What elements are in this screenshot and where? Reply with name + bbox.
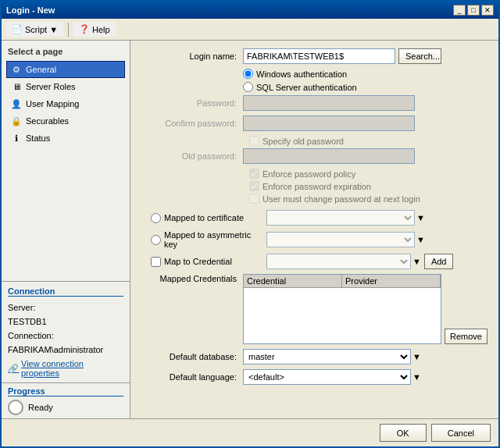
sidebar-item-label: Status <box>26 133 50 143</box>
add-credential-button[interactable]: Add <box>424 254 454 269</box>
enforce-policy-label: Enforce password policy <box>249 169 355 179</box>
view-connection-link[interactable]: 🔗 View connection properties <box>8 359 123 378</box>
script-button[interactable]: 📄 Script ▼ <box>6 22 63 37</box>
link-text: View connection properties <box>21 359 123 378</box>
help-icon: ❓ <box>79 24 90 34</box>
enforce-policy-row: Enforce password policy <box>249 169 488 179</box>
password-row: Password: <box>141 95 488 111</box>
window-controls: _ □ ✕ <box>453 5 494 16</box>
user-must-change-label: User must change password at next login <box>249 194 420 204</box>
windows-auth-radio[interactable] <box>243 69 253 79</box>
left-panels: Select a page ⚙ General 🖥 Server Roles 👤… <box>2 41 130 418</box>
mapped-cert-row: Mapped to certificate ▼ <box>141 210 488 226</box>
sql-auth-label: SQL Server authentication <box>256 83 357 92</box>
specify-old-pwd-label: Specify old password <box>249 136 344 146</box>
mapped-key-label[interactable]: Mapped to asymmetric key <box>151 230 266 249</box>
main-content: Select a page ⚙ General 🖥 Server Roles 👤… <box>2 41 498 418</box>
connection-label: Connection: <box>8 331 123 340</box>
sidebar-item-label: General <box>26 65 56 74</box>
login-name-input[interactable] <box>243 48 395 64</box>
connection-panel: Connection Server: TESTDB1 Connection: F… <box>2 281 130 382</box>
status-icon: ℹ <box>10 132 23 144</box>
sql-auth-radio[interactable] <box>243 82 253 92</box>
progress-status: Ready <box>28 403 53 412</box>
mapped-key-radio[interactable] <box>151 235 161 245</box>
search-button[interactable]: Search... <box>398 48 441 64</box>
map-credential-label[interactable]: Map to Credential <box>151 257 266 267</box>
credentials-table-wrapper: Credential Provider <box>243 274 441 344</box>
specify-old-pwd-checkbox <box>249 136 259 146</box>
mapped-cert-label[interactable]: Mapped to certificate <box>151 213 266 223</box>
default-language-dropdown[interactable]: <default> <box>243 369 411 385</box>
credential-col-header: Credential <box>244 275 342 287</box>
cert-dropdown-arrow: ▼ <box>416 213 425 222</box>
cred-dropdown-arrow: ▼ <box>412 257 421 266</box>
map-credential-text: Map to Credential <box>164 257 232 266</box>
confirm-password-input <box>243 116 415 131</box>
map-credential-row: Map to Credential ▼ Add <box>141 254 488 269</box>
enforce-expiration-label: Enforce password expiration <box>249 181 371 191</box>
default-language-label: Default language: <box>141 372 243 382</box>
enforce-expiration-row: Enforce password expiration <box>249 181 488 191</box>
script-icon: 📄 <box>12 24 23 34</box>
sql-auth-radio-label[interactable]: SQL Server authentication <box>243 82 357 92</box>
default-database-dropdown[interactable]: master <box>243 349 411 364</box>
old-password-input <box>243 148 415 164</box>
minimize-button[interactable]: _ <box>453 5 466 16</box>
mapped-key-dropdown <box>266 232 415 247</box>
toolbar: 📄 Script ▼ ❓ Help <box>2 19 498 41</box>
link-icon: 🔗 <box>8 364 19 374</box>
maximize-button[interactable]: □ <box>467 5 480 16</box>
user-must-change-checkbox <box>249 194 259 204</box>
footer: OK Cancel <box>2 418 498 446</box>
script-dropdown-icon: ▼ <box>49 25 58 34</box>
sql-auth-row: SQL Server authentication <box>243 82 488 92</box>
default-database-row: Default database: master ▼ <box>141 349 488 364</box>
default-language-row: Default language: <default> ▼ <box>141 369 488 385</box>
remove-credential-button[interactable]: Remove <box>445 329 488 344</box>
map-credential-checkbox[interactable] <box>151 257 161 267</box>
mapped-key-text: Mapped to asymmetric key <box>164 230 266 249</box>
sidebar-item-general[interactable]: ⚙ General <box>6 61 125 78</box>
lang-dropdown-arrow: ▼ <box>412 372 421 382</box>
script-label: Script <box>25 25 47 34</box>
connection-header: Connection <box>8 286 123 297</box>
general-icon: ⚙ <box>10 63 23 76</box>
progress-section: Progress Ready <box>2 382 130 418</box>
server-roles-icon: 🖥 <box>10 80 23 93</box>
progress-row: Ready <box>8 400 123 415</box>
ok-button[interactable]: OK <box>380 424 427 442</box>
confirm-password-row: Confirm password: <box>141 116 488 131</box>
windows-auth-radio-label[interactable]: Windows authentication <box>243 69 347 79</box>
mapped-cert-dropdown <box>266 210 415 226</box>
mapped-cert-radio[interactable] <box>151 213 161 223</box>
map-credential-dropdown <box>266 254 411 269</box>
mapped-key-row: Mapped to asymmetric key ▼ <box>141 230 488 249</box>
cancel-button[interactable]: Cancel <box>431 424 491 442</box>
securables-icon: 🔒 <box>10 115 23 127</box>
windows-auth-row: Windows authentication <box>243 69 488 79</box>
close-button[interactable]: ✕ <box>481 5 494 16</box>
sidebar-item-securables[interactable]: 🔒 Securables <box>6 112 125 130</box>
sidebar-item-server-roles[interactable]: 🖥 Server Roles <box>6 78 125 95</box>
sidebar-item-label: User Mapping <box>26 99 79 108</box>
mapped-credentials-label: Mapped Credentials <box>141 274 243 283</box>
user-mapping-icon: 👤 <box>10 98 23 110</box>
sidebar-header: Select a page <box>6 45 125 58</box>
sidebar: Select a page ⚙ General 🖥 Server Roles 👤… <box>2 41 130 281</box>
help-button[interactable]: ❓ Help <box>73 22 116 37</box>
credentials-table: Credential Provider <box>243 274 441 344</box>
server-label: Server: <box>8 303 35 312</box>
title-bar: Login - New _ □ ✕ <box>2 2 498 19</box>
sidebar-item-status[interactable]: ℹ Status <box>6 130 125 147</box>
toolbar-divider <box>68 23 69 37</box>
enforce-policy-checkbox <box>249 169 259 179</box>
user-must-change-row: User must change password at next login <box>249 194 488 204</box>
right-panel: Login name: Search... Windows authentica… <box>130 41 498 418</box>
provider-col-header: Provider <box>342 275 441 287</box>
enforce-expiration-checkbox <box>249 181 259 191</box>
sidebar-item-user-mapping[interactable]: 👤 User Mapping <box>6 95 125 112</box>
progress-header: Progress <box>8 386 123 396</box>
main-window: Login - New _ □ ✕ 📄 Script ▼ ❓ Help Sele… <box>0 0 500 448</box>
mapped-cert-text: Mapped to certificate <box>164 213 244 222</box>
